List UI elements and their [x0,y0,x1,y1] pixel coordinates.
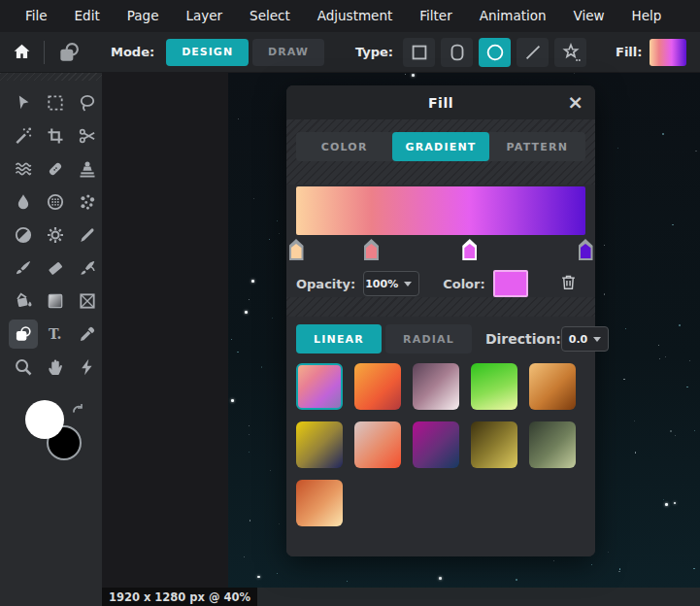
menu-view[interactable]: View [560,0,618,32]
gradient-preset-7[interactable] [413,421,459,468]
star [623,379,625,381]
gradient-preset-2[interactable] [413,363,459,410]
gradient-preset-9[interactable] [529,421,576,468]
gradient-icon[interactable] [41,286,70,316]
frame-icon[interactable] [73,286,102,316]
pen-icon[interactable] [73,220,102,250]
delete-stop-trash-icon[interactable] [559,273,578,295]
gradient-preset-0[interactable] [296,363,343,410]
star [689,360,691,362]
liquify-icon[interactable] [9,154,38,184]
gradient-stop-0[interactable] [289,239,304,260]
type-rounded-rectangle-button[interactable] [441,38,473,67]
gradient-stop-2[interactable] [462,239,477,260]
pixelate-icon[interactable] [41,187,70,217]
star [249,425,250,426]
gradient-style-row: LINEAR RADIAL Direction: 0.0 [296,324,585,354]
fill-dialog-header[interactable]: Fill × [286,85,595,119]
menu-filter[interactable]: Filter [406,0,465,32]
move-icon[interactable] [9,88,38,118]
adjust-icon[interactable] [41,220,70,250]
gradient-stop-3[interactable] [579,239,593,260]
star [277,220,278,221]
caret-down-icon [404,282,412,286]
stop-color-swatch[interactable] [493,270,528,297]
cutout-icon[interactable] [73,121,102,151]
gradient-preset-10[interactable] [296,480,343,526]
hand-icon[interactable] [41,353,70,382]
marquee-select-icon[interactable] [41,88,70,118]
menu-edit[interactable]: Edit [61,0,114,32]
star [686,387,688,388]
menu-animation[interactable]: Animation [466,0,560,32]
gradient-preview-bar[interactable] [296,186,585,235]
close-icon[interactable]: × [567,89,583,115]
heal-icon[interactable] [41,154,70,184]
crop-icon[interactable] [41,121,70,151]
menu-file[interactable]: File [12,0,61,32]
star [257,576,260,579]
opacity-label: Opacity: [296,277,355,291]
home-icon[interactable] [12,42,32,62]
wand-icon[interactable] [9,121,38,151]
fill-gradient-swatch[interactable] [650,39,686,66]
type-line-button[interactable] [517,38,549,67]
brush-icon[interactable] [9,253,38,283]
star [670,430,672,432]
smudge-icon[interactable] [73,253,102,283]
menu-page[interactable]: Page [114,0,173,32]
mode-design-button[interactable]: DESIGN [166,39,249,66]
linear-button[interactable]: LINEAR [296,324,382,354]
zoom-icon[interactable] [9,353,38,382]
swap-colors-icon[interactable] [70,402,85,418]
mode-draw-button[interactable]: DRAW [252,39,324,66]
clone-stamp-icon[interactable] [73,154,102,184]
star [253,198,254,199]
opacity-row: Opacity: 100% Color: [296,270,585,297]
gradient-preset-8[interactable] [471,421,517,468]
star [231,399,234,402]
tab-gradient[interactable]: GRADIENT [392,132,488,161]
star [591,564,592,565]
quick-actions-icon[interactable] [73,353,102,382]
gradient-preset-3[interactable] [471,363,517,410]
star [665,356,667,358]
lasso-icon[interactable] [73,88,102,118]
star [663,499,665,501]
direction-dropdown[interactable]: 0.0 [561,326,610,352]
foreground-color-chip[interactable] [25,400,64,439]
shape-icon[interactable] [9,320,38,349]
gradient-preset-4[interactable] [529,363,576,410]
gradient-preset-5[interactable] [296,421,343,468]
menu-layer[interactable]: Layer [172,0,236,32]
tab-pattern[interactable]: PATTERN [489,132,585,161]
menu-select[interactable]: Select [236,0,304,32]
gradient-preset-1[interactable] [354,363,401,410]
radial-button[interactable]: RADIAL [385,324,472,354]
star [272,318,273,319]
gradient-preset-6[interactable] [354,421,401,468]
document-size-status: 1920 x 1280 px @ 40% [102,588,257,606]
tab-color[interactable]: COLOR [296,132,392,161]
fill-icon[interactable] [9,286,38,316]
menu-adjustment[interactable]: Adjustment [304,0,407,32]
mode-label: Mode: [111,45,154,59]
eyedropper-icon[interactable] [73,320,102,349]
dodge-burn-icon[interactable] [9,220,38,250]
text-icon[interactable]: T. [41,320,70,349]
type-star-button[interactable] [554,38,586,67]
menu-help[interactable]: Help [618,0,676,32]
opacity-dropdown[interactable]: 100% [363,271,419,296]
eraser-icon[interactable] [41,253,70,283]
gradient-stop-1[interactable] [364,239,379,260]
star [261,366,263,368]
type-ellipse-button[interactable] [479,38,511,67]
disperse-icon[interactable] [73,187,102,217]
star [412,74,415,77]
star [553,560,554,561]
type-rectangle-button[interactable] [403,38,435,67]
star [270,470,271,471]
opacity-value: 100% [365,278,398,290]
star [250,520,251,522]
blur-icon[interactable] [9,187,38,217]
